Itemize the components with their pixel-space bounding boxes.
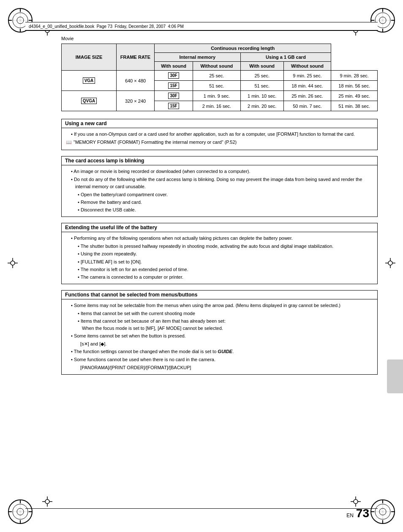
recording-table: IMAGE SIZE FRAME RATE Continuous recordi… [61,44,378,111]
with-sound2-1: 2 min. 16 sec. [193,101,241,111]
bullet-functions-2: • Some items cannot be set when the butt… [71,332,373,340]
sub-bullet-camera-computer: • The camera is connected to a computer … [78,274,373,281]
col-without-sound-gb: Without sound [283,62,331,71]
with-sound2-gb-0: 18 min. 44 sec. [283,81,331,91]
section-content-functions: • Some items may not be selectable from … [62,299,377,374]
with-sound2-0: 51 sec. [193,81,241,91]
resolution-1: 320 × 240 [117,91,155,111]
col-image-size: IMAGE SIZE [62,44,117,71]
without-sound2-gb-0: 18 min. 56 sec. [331,81,378,91]
header-day: Friday, December 28, 2007 [115,24,166,29]
crosshair-mid-left [8,258,18,268]
size-label-0: VGA [62,71,117,91]
frame-icon1-0: 30F [155,71,193,81]
col-with-sound-gb: With sound [240,62,283,71]
main-content: Movie IMAGE SIZE FRAME RATE Continuous r… [61,36,378,498]
corner-decoration-bl [8,499,33,524]
movie-label: Movie [61,36,378,41]
sub-bullet-sv-button: [s✕] and [◆]. [78,340,373,348]
bullet-functions-3: • The function settings cannot be change… [71,348,373,355]
col-frame-rate: FRAME RATE [117,44,155,71]
bullet-card-lamp-2: • Do not do any of the following while t… [71,176,373,190]
section-title-card-lamp: The card access lamp is blinking [62,156,377,165]
sub-bullet-remove-battery: • Remove the battery and card. [78,199,373,206]
section-title-functions: Functions that cannot be selected from m… [62,291,377,299]
resolution-0: 640 × 480 [117,71,155,91]
bullet-new-card-1: • If you use a non-Olympus card or a car… [71,131,373,138]
header-filename: d4364_e_00_unified_bookfile.book [29,24,94,29]
without-sound1-gb-0: 9 min. 28 sec. [331,71,378,81]
sub-bullet-current-mode: • Items that cannot be set with the curr… [78,310,373,317]
frame-icon2-0: 15F [155,81,193,91]
bullet-functions-4: • Some functions cannot be used when the… [71,356,373,363]
sub-bullet-disconnect-usb: • Disconnect the USB cable. [78,206,373,214]
section-content-card-lamp: • An image or movie is being recorded or… [62,165,377,217]
note-text: "MEMORY FORMAT (FORMAT) Formatting the i… [74,139,237,146]
with-sound1-0: 25 sec. [193,71,241,81]
col-continuous-header: Continuous recording length [155,44,331,53]
vga-badge-0: VGA [83,77,95,84]
without-sound2-gb-1: 51 min. 38 sec. [331,101,378,111]
en-label: EN [346,513,354,518]
bottom-divider-line [25,508,378,509]
section-functions-not-selectable: Functions that cannot be selected from m… [61,290,378,375]
size-label-1: QVGA [62,91,117,111]
section-content-battery: • Performing any of the following operat… [62,232,377,283]
col-with-sound-internal: With sound [155,62,193,71]
without-sound1-0: 25 sec. [240,71,283,81]
with-sound1-1: 1 min. 9 sec. [193,91,241,101]
col-internal-memory: Internal memory [155,53,241,62]
bullet-card-lamp-1: • An image or movie is being recorded or… [71,168,373,175]
sub-bullet-monitor-extended: • The monitor is left on for an extended… [78,266,373,273]
page-number: 73 [356,507,369,519]
top-divider-line [25,30,378,31]
without-sound2-1: 2 min. 20 sec. [240,101,283,111]
guide-text: GUIDE [218,349,232,354]
sub-bullet-panorama: [PANORAMA]/[PRINT ORDER]/[FORMAT]/[BACKU… [78,364,373,371]
svg-point-54 [45,499,49,504]
col-1gb-card: Using a 1 GB card [240,53,331,62]
without-sound2-0: 51 sec. [240,81,283,91]
frame-icon2-1: 15F [155,101,193,111]
header-time: 4:06 PM [168,24,184,29]
bullet-functions-1: • Some items may not be selectable from … [71,302,373,309]
without-sound1-gb-1: 25 min. 49 sec. [331,91,378,101]
vga-badge-1: QVGA [81,98,97,104]
note-icon: 📖 [66,139,72,146]
section-card-access-lamp: The card access lamp is blinking • An im… [61,156,378,217]
with-sound2-gb-1: 50 min. 7 sec. [283,101,331,111]
section-title-new-card: Using a new card [62,119,377,128]
header-bar: d4364_e_00_unified_bookfile.book Page 73… [25,22,378,30]
sub-bullet-fulltime-af: • [FULLTIME AF] is set to [ON]. [78,258,373,266]
section-title-battery: Extending the useful life of the battery [62,223,377,232]
frame-icon1-1: 30F [155,91,193,101]
col-without-sound-internal: Without sound [193,62,241,71]
without-sound1-1: 1 min. 10 sec. [240,91,283,101]
sub-bullet-shutter-halfway: • The shutter button is pressed halfway … [78,243,373,250]
crosshair-bottom-left [42,496,52,507]
svg-point-64 [11,261,15,265]
crosshair-mid-right [385,258,395,268]
header-page: Page 73 [97,24,112,29]
corner-decoration-br [370,499,395,524]
section-content-new-card: • If you use a non-Olympus card or a car… [62,128,377,150]
section-extending-battery: Extending the useful life of the battery… [61,223,378,284]
svg-point-59 [354,499,358,504]
with-sound1-gb-1: 25 min. 26 sec. [283,91,331,101]
sub-bullet-already-set: • Items that cannot be set because of an… [78,318,373,332]
with-sound1-gb-0: 9 min. 25 sec. [283,71,331,81]
note-memory-format: 📖 "MEMORY FORMAT (FORMAT) Formatting the… [66,139,373,146]
svg-point-69 [388,261,392,265]
page-number-area: EN 73 [346,507,369,519]
sub-bullet-zoom-repeat: • Using the zoom repeatedly. [78,250,373,258]
section-using-new-card: Using a new card • If you use a non-Olym… [61,119,378,150]
sidebar-tab [387,359,403,393]
sub-bullet-open-cover: • Open the battery/card compartment cove… [78,191,373,198]
bullet-battery-1: • Performing any of the following operat… [71,235,373,242]
